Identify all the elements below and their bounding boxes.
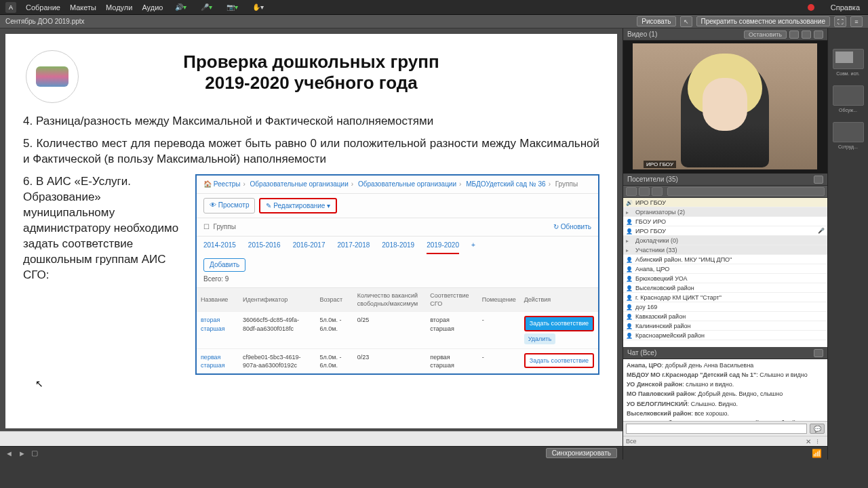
year-tab[interactable]: 2015-2016: [248, 241, 281, 255]
set-match-button[interactable]: Задать соответствие: [524, 316, 594, 331]
chat-input[interactable]: [626, 424, 807, 434]
attendee-group[interactable]: Организаторы (2): [623, 207, 827, 217]
fullscreen-icon[interactable]: ⛶: [834, 16, 846, 27]
speaker-icon[interactable]: 🔊▾: [172, 2, 189, 13]
menu-audio[interactable]: Аудио: [142, 3, 163, 12]
menu-meeting[interactable]: Собрание: [26, 3, 60, 12]
menu-layouts[interactable]: Макеты: [70, 3, 96, 12]
add-button[interactable]: Добавить: [203, 258, 245, 272]
chat-color-icon[interactable]: ✕: [806, 438, 814, 445]
attendees-search[interactable]: [667, 187, 825, 196]
video-options-icon[interactable]: [814, 30, 823, 39]
mic-icon[interactable]: 🎤▾: [198, 2, 214, 13]
attendees-title: Посетители (35): [627, 176, 678, 183]
attendee-item[interactable]: Калининский район: [623, 321, 827, 331]
menu-help[interactable]: Справка: [831, 3, 860, 12]
app-logo: A: [5, 2, 16, 13]
chat-message: МБДОУ МО г.Краснодар "Детский сад № 1": …: [627, 371, 824, 379]
share-nav-bar: ◄ ► ▢ Синхронизировать: [0, 446, 623, 460]
year-tab[interactable]: 2019-2020: [427, 241, 459, 255]
chat-options-icon[interactable]: [814, 349, 823, 357]
video-pod: ИРО ГБОУ: [623, 41, 827, 174]
layout-sharing[interactable]: Совм. исп.: [833, 49, 864, 69]
chat-send-button[interactable]: 💬: [810, 424, 825, 434]
att-view-icon[interactable]: [626, 187, 637, 196]
chat-pod-header: Чат (Все): [623, 347, 827, 359]
chat-textsize-icon[interactable]: ⁝: [816, 438, 825, 445]
slide-footer-bar: [0, 431, 623, 446]
prev-slide-button[interactable]: ◄: [5, 449, 13, 458]
year-tabs: 2014-20152015-20162016-20172017-20182018…: [197, 237, 598, 255]
attendees-toolbar: [623, 186, 827, 198]
year-tab[interactable]: 2016-2017: [293, 241, 326, 255]
layout-discussion[interactable]: Обсуж...: [833, 85, 864, 106]
attendee-item[interactable]: Брюховецкий УОА: [623, 274, 827, 283]
attendee-item[interactable]: г. Краснодар КМ ЦИКТ "Старт": [623, 293, 827, 302]
attendee-item[interactable]: ГБОУ ИРО: [623, 217, 827, 226]
share-toolbar: Сентябрь ДОО 2019.pptx Рисовать ↖ Прекра…: [0, 15, 868, 28]
slide-options-icon[interactable]: ▢: [31, 449, 38, 458]
video-pod-title: Видео (1): [627, 30, 657, 38]
video-fullscreen-icon[interactable]: [802, 30, 811, 39]
year-tab[interactable]: 2018-2019: [382, 241, 414, 255]
attendee-self[interactable]: ИРО ГБОУ: [623, 198, 827, 207]
att-status-icon[interactable]: [639, 187, 650, 196]
pointer-icon[interactable]: ↖: [680, 16, 692, 27]
table-row: вторая старшая36066cf5-dc85-49fa-80df-aa…: [197, 312, 598, 348]
connection-bar: 📶: [623, 446, 827, 460]
speaker-name: ИРО ГБОУ: [644, 161, 676, 168]
chat-message: Выселковский район: все хорошо.: [627, 409, 824, 418]
layout-collab[interactable]: Сотруд...: [833, 122, 864, 142]
set-match-button[interactable]: Задать соответствие: [524, 353, 594, 368]
network-icon: 📶: [812, 449, 822, 458]
menu-pods[interactable]: Модули: [106, 3, 132, 12]
stop-sharing-button[interactable]: Прекратить совместное использование: [696, 16, 831, 26]
edit-button[interactable]: ✎ Редактирование ▾: [259, 198, 337, 214]
video-pod-header: Видео (1) Остановить: [623, 28, 827, 41]
attendees-options-icon[interactable]: [814, 176, 823, 184]
view-button[interactable]: 👁 Просмотр: [203, 198, 255, 214]
document-filename: Сентябрь ДОО 2019.pptx: [5, 18, 85, 25]
attendee-group[interactable]: Докладчики (0): [623, 236, 827, 245]
attendee-item[interactable]: Анапа, ЦРО: [623, 264, 827, 274]
add-year-tab[interactable]: +: [471, 241, 475, 255]
att-breakout-icon[interactable]: [652, 187, 663, 196]
sync-button[interactable]: Синхронизировать: [546, 448, 617, 458]
slide-point-5: 5. Количество мест для перевода может бы…: [23, 136, 599, 167]
attendee-item[interactable]: Красноармейский район: [623, 331, 827, 340]
raise-hand-icon[interactable]: ✋▾: [250, 2, 266, 13]
breadcrumb: 🏠 Реестры› Образовательные организации› …: [197, 176, 598, 194]
ais-screenshot: 🏠 Реестры› Образовательные организации› …: [195, 174, 599, 375]
slide-title: Проверка дошкольных групп2019-2020 учебн…: [23, 52, 599, 94]
draw-button[interactable]: Рисовать: [637, 16, 675, 26]
org-logo: [26, 50, 79, 103]
stop-video-button[interactable]: Остановить: [744, 30, 787, 39]
webcam-feed: ИРО ГБОУ: [633, 43, 817, 169]
groups-table: НазваниеИдентификаторВозрастКоличество в…: [197, 287, 598, 373]
layouts-strip: Совм. исп. Обсуж... Сотруд...: [827, 28, 868, 460]
year-tab[interactable]: 2014-2015: [203, 241, 236, 255]
chat-input-bar: 💬: [623, 421, 827, 436]
year-tab[interactable]: 2017-2018: [337, 241, 370, 255]
app-menubar: A Собрание Макеты Модули Аудио 🔊▾ 🎤▾ 📷▾ …: [0, 0, 868, 15]
attendee-item[interactable]: Абинский район. МКУ "ИМЦ ДПО": [623, 255, 827, 264]
chat-message: УО БЕЛОГЛИНСКИЙ: Слышно. Видно.: [627, 400, 824, 408]
table-row: первая старшаяcf9ebe01-5bc3-4619-907a-aa…: [197, 348, 598, 373]
attendee-item[interactable]: ИРО ГБОУ🎤: [623, 226, 827, 236]
chat-message: МО Павловский район: Добрый день. Видно,…: [627, 390, 824, 398]
pod-options-icon[interactable]: ≡: [850, 16, 863, 27]
webcam-icon[interactable]: 📷▾: [224, 2, 240, 13]
attendee-item[interactable]: Выселковский район: [623, 283, 827, 293]
attendee-item[interactable]: Кавказский район: [623, 312, 827, 321]
chat-message: УО Динской район: слышно и видно.: [627, 380, 824, 388]
next-slide-button[interactable]: ►: [18, 449, 26, 458]
video-grid-icon[interactable]: [789, 30, 799, 39]
delete-button[interactable]: Удалить: [524, 333, 555, 344]
chat-message: Анапа, ЦРО: добрый день Анна Васильевна: [627, 361, 824, 369]
slide-point-4: 4. Разница/разность между Максимальной и…: [23, 114, 599, 129]
refresh-button[interactable]: ↻ Обновить: [553, 222, 591, 232]
attendee-item[interactable]: доу 169: [623, 302, 827, 312]
slide-content: Проверка дошкольных групп2019-2020 учебн…: [5, 34, 617, 428]
chat-recipient[interactable]: Все: [626, 438, 637, 445]
attendee-group[interactable]: Участники (33): [623, 245, 827, 255]
